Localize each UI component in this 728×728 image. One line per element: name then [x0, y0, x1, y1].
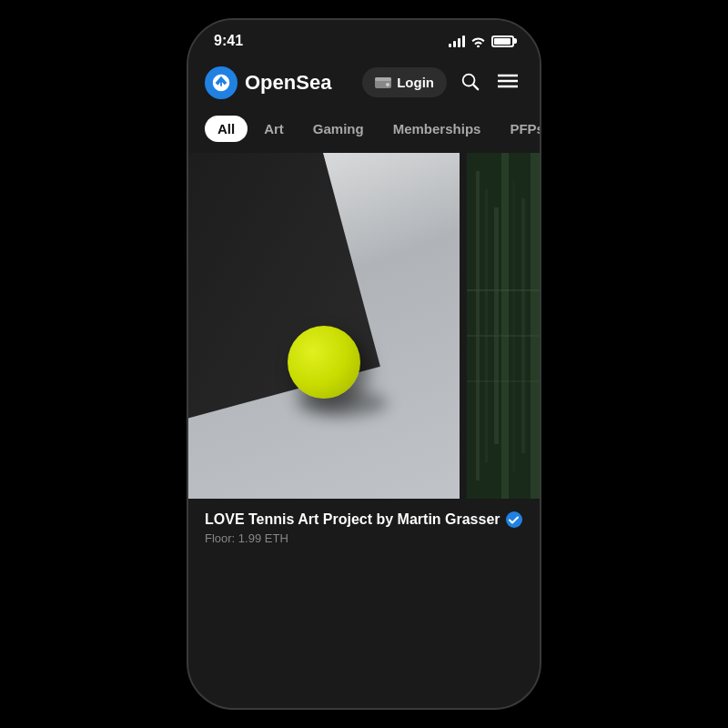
nft-title-row: LOVE Tennis Art Project by Martin Grasse…: [205, 511, 523, 528]
svg-point-2: [386, 83, 389, 86]
status-bar: 9:41: [188, 20, 540, 56]
login-label: Login: [397, 75, 434, 90]
secondary-scene: [467, 153, 540, 499]
status-time: 9:41: [214, 33, 243, 49]
svg-rect-11: [494, 207, 499, 444]
nft-floor: Floor: 1.99 ETH: [205, 531, 523, 545]
login-button[interactable]: Login: [362, 67, 447, 97]
svg-line-4: [473, 85, 478, 89]
svg-rect-12: [512, 180, 515, 471]
search-button[interactable]: [454, 66, 485, 99]
floor-value: 1.99 ETH: [238, 531, 288, 545]
opensea-logo-icon: [211, 73, 231, 93]
nft-card-secondary[interactable]: [467, 153, 540, 499]
svg-rect-9: [476, 171, 480, 480]
opensea-logo: [205, 66, 238, 99]
header: OpenSea Login: [188, 56, 540, 108]
search-icon: [460, 71, 480, 91]
svg-rect-13: [521, 198, 525, 453]
architecture-art: [467, 153, 540, 499]
svg-rect-18: [531, 153, 540, 499]
checkmark-icon: [509, 516, 519, 524]
battery-icon: [491, 35, 514, 47]
nft-info: LOVE Tennis Art Project by Martin Grasse…: [188, 499, 540, 561]
tennis-scene: [188, 153, 460, 499]
signal-icon: [449, 35, 465, 47]
floor-label: Floor:: [205, 531, 235, 545]
category-tabs: All Art Gaming Memberships PFPs: [188, 108, 540, 153]
wallet-icon: [375, 76, 391, 89]
tab-pfps[interactable]: PFPs: [497, 116, 540, 142]
menu-button[interactable]: [492, 68, 523, 96]
hamburger-icon: [498, 74, 518, 88]
nft-card-container: [188, 153, 540, 499]
app-title: OpenSea: [245, 71, 331, 95]
verified-badge: [506, 511, 522, 528]
tennis-ball: [288, 326, 360, 399]
svg-rect-10: [485, 189, 488, 462]
status-icons: [449, 35, 514, 47]
logo-container: OpenSea: [205, 66, 355, 99]
nft-card-main[interactable]: [188, 153, 460, 499]
nft-title: LOVE Tennis Art Project by Martin Grasse…: [205, 511, 500, 528]
tab-memberships[interactable]: Memberships: [380, 116, 494, 142]
tab-gaming[interactable]: Gaming: [300, 116, 377, 142]
svg-rect-17: [501, 153, 509, 499]
content-area: LOVE Tennis Art Project by Martin Grasse…: [188, 153, 540, 708]
wifi-icon: [470, 35, 486, 47]
svg-rect-1: [375, 77, 391, 81]
tab-all[interactable]: All: [205, 116, 248, 142]
tab-art[interactable]: Art: [251, 116, 297, 142]
